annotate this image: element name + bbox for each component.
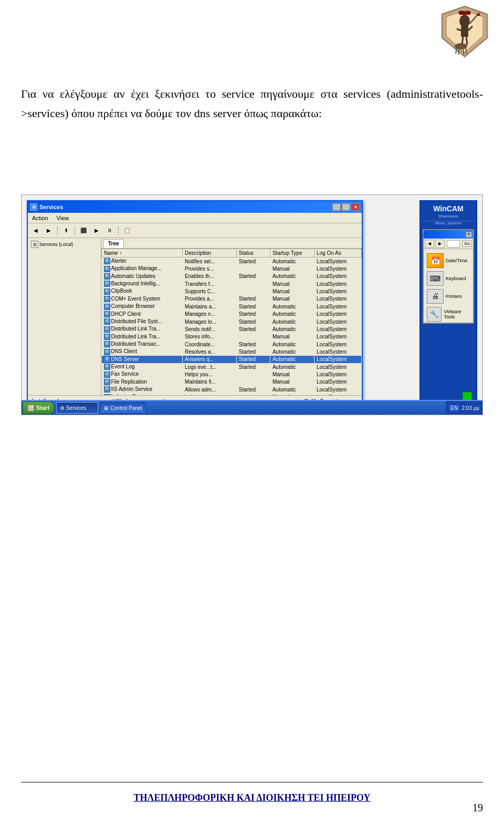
table-row[interactable]: Event LogLogs eve...t...StartedAutomatic… — [102, 363, 362, 370]
col-startup[interactable]: Startup Type — [270, 249, 314, 257]
control-panel-icon: 🖥 — [103, 405, 109, 411]
col-description[interactable]: Description — [183, 249, 237, 257]
wincam-btn-2[interactable]: ▶ — [435, 240, 445, 248]
table-row[interactable]: Distributed Link Tra...Stores info...Man… — [102, 333, 362, 341]
minimize-button[interactable]: _ — [332, 203, 341, 211]
table-row[interactable]: Distributed Link Tra...Sends notif...Sta… — [102, 325, 362, 333]
service-logon-cell: LocalSystem — [314, 311, 362, 318]
window-icon: ⚙ — [30, 203, 37, 211]
service-startup-cell: Manual — [270, 378, 314, 386]
services-table-scroll[interactable]: Name ↑ Description Status Startup Type L… — [101, 249, 362, 396]
service-logon-cell: LocalSystem — [314, 257, 362, 265]
col-logon[interactable]: Log On As — [314, 249, 362, 257]
wincam-vmware-item[interactable]: 🔧 VMware Tools — [427, 307, 470, 322]
menu-view[interactable]: View — [55, 214, 71, 222]
wincam-address-bar[interactable] — [447, 240, 460, 248]
service-desc-cell: Answers q... — [183, 356, 237, 363]
svg-point-2 — [459, 15, 470, 27]
table-row[interactable]: DNS ClientResolves a...StartedAutomaticL… — [102, 348, 362, 355]
service-icon — [104, 349, 110, 355]
service-logon-cell: LocalSystem — [314, 303, 362, 310]
close-button[interactable]: ✕ — [351, 203, 360, 211]
service-desc-cell: Maintains a... — [183, 303, 237, 310]
table-row[interactable]: Application Manage...Provides s...Manual… — [102, 265, 362, 272]
footer-text: ΤΗΛΕΠΛΗΡΟΦΟΡΙΚΗ ΚΑΙ ΔΙΟΙΚΗΣΗ ΤΕΙ ΗΠΕΙΡΟΥ — [21, 792, 483, 803]
vmware-label: VMware Tools — [444, 309, 470, 319]
printers-label: Printers — [446, 294, 462, 299]
service-name-cell: Fax Service — [102, 370, 183, 378]
service-icon — [104, 311, 110, 317]
properties-button[interactable]: 📋 — [121, 225, 133, 236]
table-row[interactable]: Distributed File Syst...Manages lo...Sta… — [102, 318, 362, 325]
wincam-close-button[interactable]: ✕ — [466, 232, 472, 238]
service-logon-cell: LocalSystem — [314, 341, 362, 348]
toolbar-separator — [57, 226, 58, 235]
service-name-cell: File Replication — [102, 378, 183, 386]
up-button[interactable]: ⬆ — [60, 225, 72, 236]
pause-button[interactable]: ⏸ — [104, 225, 116, 236]
tree-item-services-local[interactable]: ⊟ Services (Local) — [30, 240, 99, 249]
tab-tree[interactable]: Tree — [103, 239, 124, 248]
forward-button[interactable]: ▶ — [43, 225, 55, 236]
wincam-panel: WinCAM Shareware Mirion_Systems ✕ ◀ ▶ Go… — [419, 200, 477, 408]
service-name-cell: Application Manage... — [102, 265, 183, 272]
start-button[interactable]: 🪟 Start — [23, 401, 54, 414]
screenshot-container: ⚙ Services _ □ ✕ Action View ◀ ▶ ⬆ — [21, 194, 483, 415]
datetime-icon: 📅 — [427, 253, 444, 268]
service-icon — [104, 318, 110, 325]
back-button[interactable]: ◀ — [30, 225, 41, 236]
table-row[interactable]: Computer BrowserMaintains a...StartedAut… — [102, 303, 362, 310]
menu-action[interactable]: Action — [30, 214, 50, 222]
service-desc-cell: Sends notif... — [183, 325, 237, 333]
service-name-cell: DNS Client — [102, 348, 183, 355]
service-desc-cell: Coordinate... — [183, 341, 237, 348]
table-row[interactable]: Background Intellig...Transfers f...Manu… — [102, 280, 362, 287]
service-icon — [104, 341, 110, 347]
table-row[interactable]: DNS ServerAnswers q...StartedAutomaticLo… — [102, 356, 362, 363]
service-startup-cell: Manual — [270, 295, 314, 303]
window-body: ⊟ Services (Local) Tree — [28, 238, 362, 396]
service-icon — [104, 266, 110, 272]
service-desc-cell: Notifies sel... — [183, 257, 237, 265]
right-panel: Tree Name ↑ Description Status Startup T… — [101, 238, 362, 396]
taskbar-task-control-panel[interactable]: 🖥 Control Panel — [100, 402, 146, 414]
service-desc-cell: Provides s... — [183, 265, 237, 272]
service-desc-cell: Resolves a... — [183, 348, 237, 355]
service-name-cell: Background Intellig... — [102, 280, 183, 287]
service-desc-cell: Transfers f... — [183, 280, 237, 287]
service-startup-cell: Manual — [270, 333, 314, 341]
table-row[interactable]: Distributed Transac...Coordinate...Start… — [102, 341, 362, 348]
service-status-cell: Started — [236, 295, 270, 303]
service-logon-cell: LocalSystem — [314, 273, 362, 280]
table-row[interactable]: Fax ServiceHelps you...ManualLocalSystem — [102, 370, 362, 378]
service-logon-cell: LocalSystem — [314, 318, 362, 325]
vmware-icon: 🔧 — [427, 307, 442, 322]
col-status[interactable]: Status — [236, 249, 270, 257]
table-row[interactable]: Automatic UpdatesEnables th...StartedAut… — [102, 273, 362, 280]
table-row[interactable]: ClipBookSupports C...ManualLocalSystem — [102, 287, 362, 295]
table-row[interactable]: COM+ Event SystemProvides a...StartedMan… — [102, 295, 362, 303]
stop-button[interactable]: ⬛ — [78, 225, 89, 236]
wincam-subtitle: Shareware — [421, 214, 476, 221]
maximize-button[interactable]: □ — [342, 203, 350, 211]
service-status-cell — [236, 378, 270, 386]
table-row[interactable]: AlerterNotifies sel...StartedAutomaticLo… — [102, 257, 362, 265]
service-desc-cell: Maintains fi... — [183, 378, 237, 386]
wincam-printers-item[interactable]: 🖨 Printers — [427, 289, 470, 304]
service-status-cell: Started — [236, 303, 270, 310]
service-icon — [104, 281, 110, 287]
service-icon — [104, 379, 110, 385]
wincam-datetime-item[interactable]: 📅 Date/Time — [427, 253, 470, 268]
col-name[interactable]: Name ↑ — [102, 249, 183, 257]
table-row[interactable]: IIS Admin ServiceAllows adm...StartedAut… — [102, 386, 362, 393]
service-desc-cell: Helps you... — [183, 370, 237, 378]
wincam-btn-1[interactable]: ◀ — [425, 240, 434, 248]
play-button[interactable]: ▶ — [91, 225, 102, 236]
taskbar-task-services[interactable]: ⚙ Services — [56, 402, 98, 414]
table-row[interactable]: DHCP ClientManages n...StartedAutomaticL… — [102, 311, 362, 318]
table-row[interactable]: File ReplicationMaintains fi...ManualLoc… — [102, 378, 362, 386]
wincam-go-button[interactable]: Go — [462, 240, 472, 247]
service-startup-cell: Automatic — [270, 257, 314, 265]
wincam-keyboard-item[interactable]: ⌨ Keyboard — [427, 271, 470, 286]
service-name-cell: Distributed Link Tra... — [102, 325, 183, 333]
